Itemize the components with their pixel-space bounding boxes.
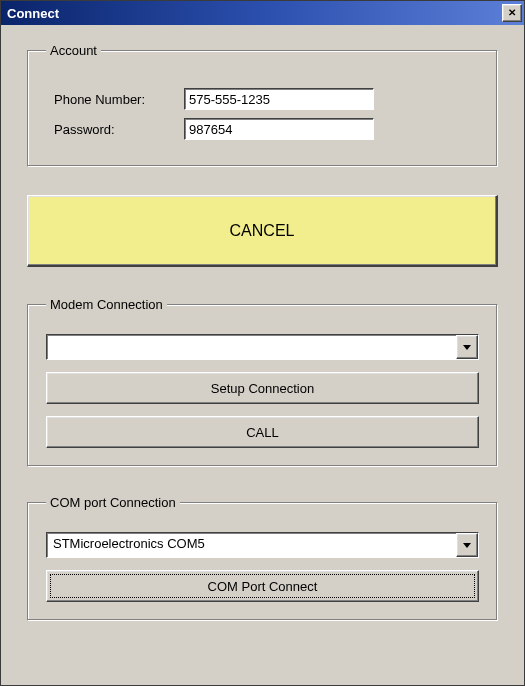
connect-dialog: Connect ✕ Account Phone Number: Password… [0, 0, 525, 686]
close-icon: ✕ [508, 8, 516, 18]
com-port-connect-button[interactable]: COM Port Connect [46, 570, 479, 602]
window-title: Connect [7, 6, 59, 21]
password-input[interactable] [184, 118, 374, 140]
password-label: Password: [46, 122, 184, 137]
chevron-down-icon [463, 345, 471, 350]
account-legend: Account [46, 43, 101, 58]
com-combobox-value: STMicroelectronics COM5 [47, 533, 456, 557]
phone-row: Phone Number: [46, 88, 479, 110]
com-combobox-button[interactable] [456, 533, 478, 557]
modem-group: Modem Connection Setup Connection CALL [27, 297, 498, 467]
setup-connection-button[interactable]: Setup Connection [46, 372, 479, 404]
cancel-button[interactable]: CANCEL [27, 195, 498, 267]
account-group: Account Phone Number: Password: [27, 43, 498, 167]
call-button[interactable]: CALL [46, 416, 479, 448]
modem-combobox-button[interactable] [456, 335, 478, 359]
client-area: Account Phone Number: Password: CANCEL M… [1, 25, 524, 685]
com-legend: COM port Connection [46, 495, 180, 510]
titlebar: Connect ✕ [1, 1, 524, 25]
modem-combobox[interactable] [46, 334, 479, 360]
password-row: Password: [46, 118, 479, 140]
phone-input[interactable] [184, 88, 374, 110]
phone-label: Phone Number: [46, 92, 184, 107]
modem-legend: Modem Connection [46, 297, 167, 312]
com-combobox[interactable]: STMicroelectronics COM5 [46, 532, 479, 558]
modem-combobox-value [47, 335, 456, 359]
chevron-down-icon [463, 543, 471, 548]
com-group: COM port Connection STMicroelectronics C… [27, 495, 498, 621]
close-button[interactable]: ✕ [502, 4, 522, 22]
